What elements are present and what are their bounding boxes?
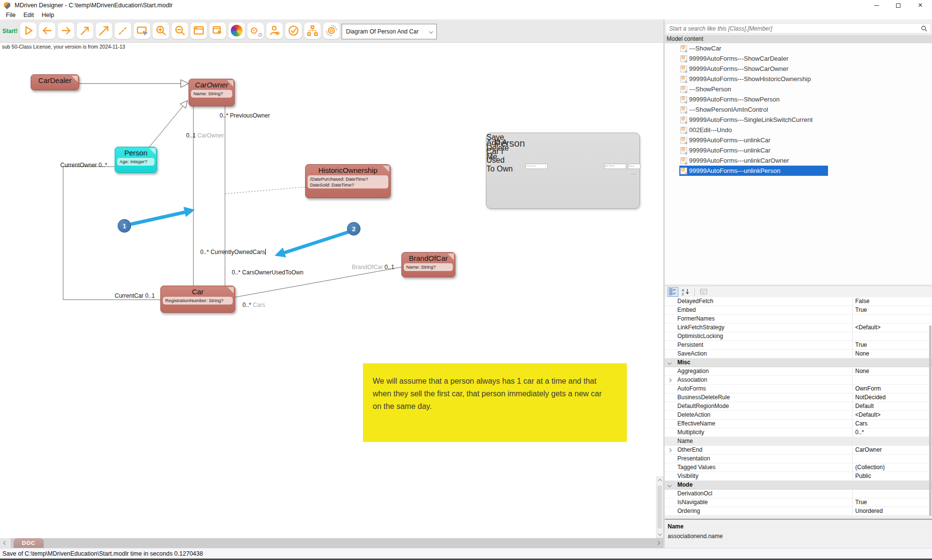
property-row[interactable]: DefaultRegionModeDefault	[665, 402, 932, 411]
model-content-item[interactable]: ⚙⚙99999AutoForms---unlinkPerson	[679, 166, 828, 176]
scroll-left-button[interactable]	[0, 538, 11, 548]
association-label[interactable]: 0..* CurrentlyOwnedCars	[200, 249, 266, 255]
viewmodel-preview-panel[interactable]: Person SaveCurrentCar⌄Add A Car I Used T…	[486, 133, 640, 209]
canvas-vertical-scrollbar[interactable]	[656, 476, 663, 538]
property-row[interactable]: DelayedFetchFalse	[665, 297, 932, 306]
preview-input[interactable]: Name	[628, 164, 640, 169]
class-car[interactable]: CarRegistrationNumber: String?	[160, 286, 235, 313]
property-value[interactable]: True	[853, 498, 932, 507]
model-content-item[interactable]: ⚙⚙---ShowPersonIAmInControl	[679, 104, 828, 115]
property-value[interactable]	[853, 376, 932, 384]
preview-more-link[interactable]: ...	[631, 170, 637, 175]
property-value[interactable]: True	[853, 341, 932, 349]
property-value[interactable]: True	[853, 306, 932, 314]
class-brandofcar[interactable]: BrandOfCarName: String?	[401, 252, 455, 277]
menu-edit[interactable]: Edit	[23, 12, 34, 18]
preview-combo[interactable]: CurrentCar⌄	[525, 164, 548, 169]
model-content-item[interactable]: ⚙⚙002Edit---Undo	[679, 125, 828, 135]
property-value[interactable]: None	[853, 350, 932, 358]
association-tool-button[interactable]	[76, 22, 94, 39]
property-value[interactable]: Unordered	[853, 507, 932, 515]
class-historicownership[interactable]: HistoricOwnership/DatePurchased: DateTim…	[305, 164, 391, 198]
property-row[interactable]: PersistentTrue	[665, 341, 932, 350]
property-value[interactable]: 0..*	[853, 428, 932, 437]
class-cardealer[interactable]: CarDealer	[31, 74, 79, 90]
property-row[interactable]: Name	[665, 437, 932, 446]
tab-doc[interactable]: DOC	[14, 538, 44, 548]
property-row[interactable]: VisibilityPublic	[665, 472, 932, 481]
model-content-item[interactable]: ⚙⚙99999AutoForms---ShowHistoricOwnership	[679, 74, 828, 84]
scroll-right-icon[interactable]	[656, 541, 660, 545]
color-theme-button[interactable]	[228, 22, 245, 39]
minimize-button[interactable]	[866, 0, 887, 11]
property-row[interactable]: EmbedTrue	[665, 306, 932, 315]
settings-gears-button[interactable]: ⚙⚙	[247, 22, 264, 39]
property-value[interactable]	[853, 315, 932, 323]
diagram-canvas[interactable]	[0, 43, 656, 538]
class-carowner[interactable]: CarOwnerName: String?	[189, 79, 235, 106]
run-form-button[interactable]	[209, 22, 226, 39]
sort-alphabetical-button[interactable]: AZ	[680, 287, 691, 297]
property-value[interactable]	[853, 490, 932, 498]
model-content-item[interactable]: ⚙⚙99999AutoForms---ShowCarOwner	[679, 64, 828, 74]
model-content-item[interactable]: ⚙⚙99999AutoForms---ShowCarDealer	[679, 53, 828, 64]
class-person[interactable]: PersonAge: Integer?	[115, 147, 157, 173]
property-category-row[interactable]: Mode	[665, 481, 932, 490]
property-pages-button[interactable]	[698, 287, 709, 297]
property-grid-scrollbar-thumb[interactable]	[929, 325, 932, 516]
property-value[interactable]: Cars	[853, 420, 932, 428]
model-content-item[interactable]: ⚙⚙99999AutoForms---SingleLinkSwitchCurre…	[679, 115, 828, 125]
maximize-button[interactable]	[887, 0, 909, 11]
search-box[interactable]	[666, 23, 931, 34]
property-row[interactable]: OrderingUnordered	[665, 507, 932, 516]
property-value[interactable]: NotDecided	[853, 393, 932, 402]
property-value[interactable]: None	[853, 367, 932, 375]
property-row[interactable]: SaveActionNone	[665, 350, 932, 358]
close-button[interactable]: ×	[910, 0, 931, 11]
property-value[interactable]: False	[853, 297, 932, 305]
property-value[interactable]: Public	[853, 472, 932, 480]
navigate-forward-button[interactable]	[57, 22, 75, 39]
property-row[interactable]: EffectiveNameCars	[665, 420, 932, 428]
model-content-item[interactable]: ⚙⚙99999AutoForms---ShowPerson	[679, 94, 828, 104]
diagram-selector-dropdown[interactable]: Diagram Of Person And Car	[342, 24, 437, 39]
property-row[interactable]: LinkFetchStrategy<Default>	[665, 323, 932, 332]
zoom-out-button[interactable]	[171, 22, 189, 39]
zoom-in-button[interactable]	[152, 22, 170, 39]
run-button[interactable]	[19, 22, 37, 39]
preview-input[interactable]: Am I Rich?	[604, 164, 626, 169]
user-link-button[interactable]	[266, 22, 283, 39]
property-row[interactable]: BusinessDeleteRuleNotDecided	[665, 393, 932, 402]
property-row[interactable]: Multiplicity0..*	[665, 428, 932, 437]
menu-file[interactable]: File	[6, 12, 16, 18]
categorized-view-button[interactable]	[668, 287, 678, 297]
property-value[interactable]	[853, 455, 932, 463]
validate-check-button[interactable]	[285, 22, 302, 39]
window-tool-button[interactable]	[190, 22, 207, 39]
scroll-up-icon[interactable]	[658, 479, 662, 483]
property-row[interactable]: FormerNames	[665, 315, 932, 323]
arrow-tool-button[interactable]	[95, 22, 113, 39]
property-row[interactable]: DeleteAction<Default>	[665, 411, 932, 420]
refresh-spin-button[interactable]	[323, 22, 340, 39]
property-row[interactable]: OptimisticLocking	[665, 332, 932, 341]
property-category-row[interactable]: Misc	[665, 358, 932, 367]
navigate-back-button[interactable]	[38, 22, 56, 39]
model-content-item[interactable]: ⚙⚙---ShowPerson	[679, 84, 828, 94]
property-row[interactable]: Presentation	[665, 455, 932, 463]
property-value[interactable]	[853, 437, 932, 445]
select-area-tool-button[interactable]	[133, 22, 151, 39]
property-row[interactable]: IsNavigableTrue	[665, 498, 932, 507]
model-content-item[interactable]: ⚙⚙99999AutoForms---unlinkCar	[679, 135, 828, 145]
property-row[interactable]: AggregationNone	[665, 367, 932, 376]
property-row[interactable]: OtherEndCarOwner	[665, 446, 932, 455]
canvas-horizontal-scrollbar[interactable]: DOC	[0, 538, 663, 548]
model-content-item[interactable]: ⚙⚙99999AutoForms---unlinkCar	[679, 145, 828, 155]
menu-help[interactable]: Help	[42, 12, 54, 18]
property-value[interactable]: CarOwner	[853, 446, 932, 454]
property-value[interactable]: OwnForm	[853, 385, 932, 393]
scrollbar-thumb[interactable]	[657, 486, 662, 528]
property-row[interactable]: Tagged Values(Collection)	[665, 463, 932, 472]
property-value[interactable]: <Default>	[853, 411, 932, 419]
property-value[interactable]: Default	[853, 402, 932, 410]
